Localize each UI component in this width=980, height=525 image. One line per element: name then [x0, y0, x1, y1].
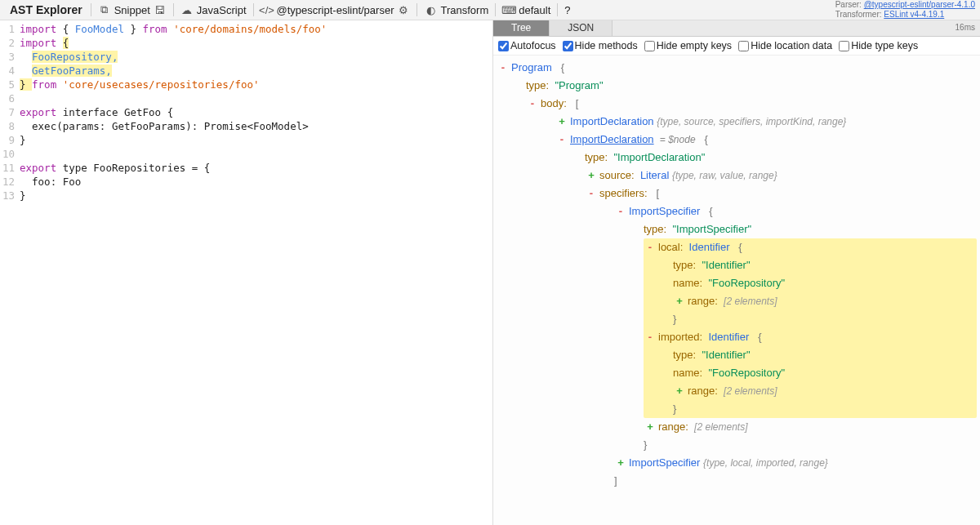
line-number: 8	[0, 119, 20, 133]
code-line[interactable]: 5} from 'core/usecases/repositories/foo'	[0, 78, 492, 91]
line-number: 5	[0, 78, 20, 91]
code-line[interactable]: 13}	[0, 189, 492, 202]
collapse-icon[interactable]: -	[557, 131, 567, 149]
toolbar: AST Explorer ⧉ Snippet 🖫 ☁ JavaScript </…	[0, 0, 980, 20]
line-number: 1	[0, 22, 20, 36]
code-line[interactable]: 12 foo: Foo	[0, 175, 492, 189]
transform-label: Transform	[440, 4, 488, 16]
gear-icon: ⚙	[397, 3, 410, 16]
code-line[interactable]: 11export type FooRepositories = {	[0, 161, 492, 175]
line-number: 9	[0, 133, 20, 147]
expand-icon[interactable]: +	[675, 292, 684, 310]
default-menu[interactable]: ⌨ default	[497, 0, 555, 20]
transform-toggle[interactable]: ◐ Transform	[419, 0, 493, 20]
language-menu[interactable]: ☁ JavaScript	[176, 0, 252, 20]
output-tabs: Tree JSON 16ms	[493, 20, 980, 37]
tree-options: Autofocus Hide methods Hide empty keys H…	[493, 37, 980, 56]
tab-tree[interactable]: Tree	[493, 20, 550, 36]
cloud-icon: ☁	[180, 3, 194, 16]
code-line[interactable]: 7export interface GetFoo {	[0, 105, 492, 119]
expand-icon[interactable]: +	[557, 113, 567, 131]
opt-hide-type[interactable]: Hide type keys	[839, 40, 918, 51]
ast-tree[interactable]: - Program { type: "Program" - body: [ +	[493, 56, 980, 525]
help-label: ?	[564, 4, 570, 16]
code-line[interactable]: 2import {	[0, 36, 492, 50]
line-number: 11	[0, 161, 20, 175]
code-icon: </>	[261, 3, 274, 16]
parser-info: Parser: @typescript-eslint/parser-4.1.0 …	[835, 0, 975, 20]
node-import-specifier[interactable]: ImportSpecifier	[629, 456, 700, 469]
line-number: 10	[0, 147, 20, 161]
collapse-icon[interactable]: -	[616, 202, 626, 220]
line-number: 13	[0, 189, 20, 202]
keyboard-icon: ⌨	[502, 3, 515, 16]
collapse-icon[interactable]: -	[645, 238, 655, 256]
snippet-menu[interactable]: ⧉ Snippet 🖫	[93, 0, 172, 20]
language-label: JavaScript	[197, 4, 247, 16]
parse-time: 16ms	[956, 23, 975, 32]
line-number: 7	[0, 105, 20, 119]
expand-icon[interactable]: +	[645, 418, 655, 436]
opt-hide-methods[interactable]: Hide methods	[563, 40, 638, 51]
brand-title: AST Explorer	[3, 3, 89, 16]
code-line[interactable]: 9}	[0, 133, 492, 147]
expand-icon[interactable]: +	[586, 167, 596, 185]
code-line[interactable]: 3 FooRepository,	[0, 50, 492, 64]
save-icon: 🖫	[154, 3, 167, 16]
line-number: 3	[0, 50, 20, 64]
snippet-icon: ⧉	[98, 3, 111, 16]
expand-icon[interactable]: +	[675, 382, 684, 400]
tab-json[interactable]: JSON	[550, 20, 612, 36]
node-import-declaration[interactable]: ImportDeclaration	[570, 133, 654, 145]
opt-autofocus[interactable]: Autofocus	[498, 40, 556, 51]
code-line[interactable]: 6	[0, 91, 492, 105]
expand-icon[interactable]: +	[616, 454, 626, 472]
collapse-icon[interactable]: -	[645, 328, 655, 346]
default-label: default	[519, 4, 550, 16]
toggle-icon: ◐	[424, 3, 437, 16]
transformer-link[interactable]: ESLint v4-4.19.1	[884, 10, 944, 19]
line-number: 2	[0, 36, 20, 50]
ast-pane: Tree JSON 16ms Autofocus Hide methods Hi…	[493, 20, 980, 525]
code-line[interactable]: 8 exec(params: GetFooParams): Promise<Fo…	[0, 119, 492, 133]
code-line[interactable]: 4 GetFooParams,	[0, 64, 492, 78]
line-number: 12	[0, 175, 20, 189]
opt-hide-location[interactable]: Hide location data	[738, 40, 832, 51]
parser-label: @typescript-eslint/parser	[277, 4, 394, 16]
node-import-specifier[interactable]: ImportSpecifier	[629, 205, 700, 217]
node-program[interactable]: Program	[511, 61, 552, 73]
collapse-icon[interactable]: -	[528, 95, 537, 113]
opt-hide-empty[interactable]: Hide empty keys	[644, 40, 732, 51]
help-button[interactable]: ?	[559, 0, 575, 20]
code-line[interactable]: 1import { FooModel } from 'core/domains/…	[0, 22, 492, 36]
snippet-label: Snippet	[114, 4, 150, 16]
line-number: 6	[0, 91, 20, 105]
code-editor[interactable]: 1import { FooModel } from 'core/domains/…	[0, 20, 493, 525]
collapse-icon[interactable]: -	[498, 59, 508, 77]
parser-menu[interactable]: </> @typescript-eslint/parser ⚙	[256, 0, 416, 20]
parser-link[interactable]: @typescript-eslint/parser-4.1.0	[864, 0, 975, 9]
collapse-icon[interactable]: -	[586, 185, 596, 202]
code-line[interactable]: 10	[0, 147, 492, 161]
node-import-declaration[interactable]: ImportDeclaration	[570, 115, 654, 127]
line-number: 4	[0, 64, 20, 78]
